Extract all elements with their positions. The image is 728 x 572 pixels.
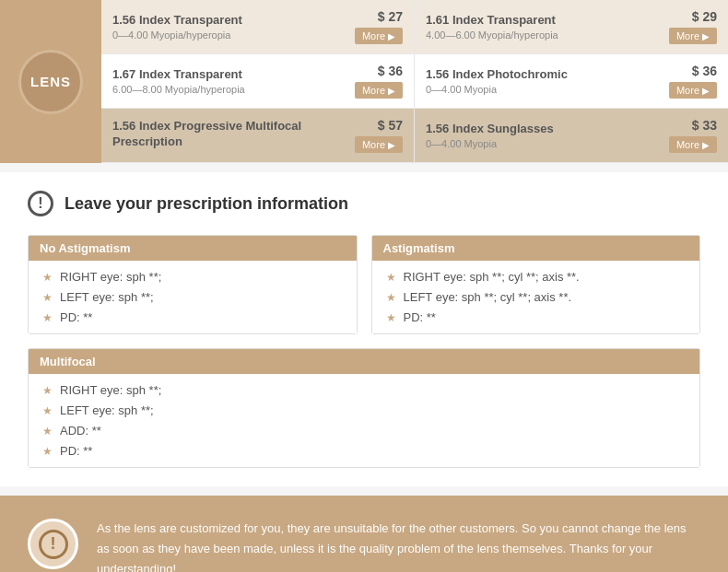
astigmatism-text-1: RIGHT eye: sph **; cyl **; axis **. xyxy=(404,270,580,284)
lens-item-subtitle-2: 4.00—6.00 Myopia/hyperopia xyxy=(426,29,657,41)
star-icon-4: ★ xyxy=(386,271,396,284)
lens-item-2: 1.61 Index Transparent 4.00—6.00 Myopia/… xyxy=(415,0,728,54)
star-icon-7: ★ xyxy=(42,384,53,397)
lens-item-title-3: 1.67 Index Transparent xyxy=(112,67,343,83)
lens-item-price-col-5: $ 57 More ▶ xyxy=(343,118,403,153)
astigmatism-text-3: PD: ** xyxy=(404,310,436,324)
lens-item-subtitle-6: 0—4.00 Myopia xyxy=(426,138,657,149)
lens-item-4: 1.56 Index Photochromic 0—4.00 Myopia $ … xyxy=(415,54,728,109)
lens-item-title-6: 1.56 Index Sunglasses xyxy=(426,122,657,137)
star-icon-5: ★ xyxy=(386,291,396,304)
star-icon-6: ★ xyxy=(386,311,396,324)
astigmatism-item-1: ★ RIGHT eye: sph **; cyl **; axis **. xyxy=(386,270,687,284)
lens-grid: 1.56 Index Transparent 0—4.00 Myopia/hyp… xyxy=(101,0,728,163)
arrow-icon-4: ▶ xyxy=(702,86,710,96)
prescription-header: ! Leave your prescription information xyxy=(28,191,700,216)
no-astigmatism-header: No Astigmatism xyxy=(29,236,357,261)
arrow-icon-1: ▶ xyxy=(388,31,395,41)
star-icon-1: ★ xyxy=(42,271,53,284)
lens-item-info-4: 1.56 Index Photochromic 0—4.00 Myopia xyxy=(426,67,657,96)
no-astigmatism-box: No Astigmatism ★ RIGHT eye: sph **; ★ LE… xyxy=(28,235,358,334)
lens-price-4: $ 36 xyxy=(692,64,717,78)
lens-item-subtitle-3: 6.00—8.00 Myopia/hyperopia xyxy=(112,84,343,95)
arrow-icon-6: ▶ xyxy=(702,140,710,150)
multifocal-header: Multifocal xyxy=(29,349,699,374)
exclamation-icon: ! xyxy=(28,191,53,216)
lens-circle-label: LENS xyxy=(18,50,83,114)
lens-label: LENS xyxy=(30,74,71,89)
lens-item-3: 1.67 Index Transparent 6.00—8.00 Myopia/… xyxy=(101,54,415,109)
lens-more-btn-5[interactable]: More ▶ xyxy=(355,136,403,153)
prescription-section: ! Leave your prescription information No… xyxy=(0,172,728,486)
lens-item-subtitle-1: 0—4.00 Myopia/hyperopia xyxy=(112,29,343,41)
lens-more-btn-2[interactable]: More ▶ xyxy=(669,28,717,44)
star-icon-8: ★ xyxy=(42,404,53,417)
lens-item-price-col-6: $ 33 More ▶ xyxy=(657,118,717,153)
lens-item-subtitle-4: 0—4.00 Myopia xyxy=(426,84,657,95)
multifocal-body: ★ RIGHT eye: sph **; ★ LEFT eye: sph **;… xyxy=(29,374,699,467)
multifocal-item-2: ★ LEFT eye: sph **; xyxy=(42,403,686,417)
astigmatism-item-2: ★ LEFT eye: sph **; cyl **; axis **. xyxy=(386,290,687,304)
multifocal-item-1: ★ RIGHT eye: sph **; xyxy=(42,383,686,397)
lens-more-btn-3[interactable]: More ▶ xyxy=(355,82,403,99)
lens-item-price-col-1: $ 27 More ▶ xyxy=(343,9,403,44)
lens-item-5: 1.56 Index Progressive Multifocal Prescr… xyxy=(101,109,415,163)
lens-price-3: $ 36 xyxy=(378,64,403,78)
more-label-2: More xyxy=(676,30,699,41)
multifocal-text-1: RIGHT eye: sph **; xyxy=(60,383,161,397)
astigmatism-box: Astigmatism ★ RIGHT eye: sph **; cyl **;… xyxy=(371,235,701,334)
multifocal-text-4: PD: ** xyxy=(60,444,92,458)
lens-item-info-6: 1.56 Index Sunglasses 0—4.00 Myopia xyxy=(426,122,657,150)
lens-item-title-4: 1.56 Index Photochromic xyxy=(426,67,657,83)
lens-item-title-2: 1.61 Index Transparent xyxy=(426,13,657,29)
lens-item-price-col-4: $ 36 More ▶ xyxy=(657,64,717,99)
star-icon-2: ★ xyxy=(42,291,53,304)
lens-item-info-3: 1.67 Index Transparent 6.00—8.00 Myopia/… xyxy=(112,67,343,96)
lens-badge: LENS xyxy=(0,0,101,163)
more-label-6: More xyxy=(676,139,699,150)
no-astigmatism-text-3: PD: ** xyxy=(60,310,92,324)
lens-price-2: $ 29 xyxy=(692,9,717,24)
lens-price-6: $ 33 xyxy=(692,118,717,133)
more-label-4: More xyxy=(676,85,699,96)
lens-more-btn-1[interactable]: More ▶ xyxy=(355,28,403,44)
multifocal-item-4: ★ PD: ** xyxy=(42,444,686,458)
arrow-icon-5: ▶ xyxy=(388,140,395,150)
lens-item-price-col-3: $ 36 More ▶ xyxy=(343,64,403,99)
lens-item-price-col-2: $ 29 More ▶ xyxy=(657,9,717,44)
lens-price-1: $ 27 xyxy=(378,9,403,24)
multifocal-text-2: LEFT eye: sph **; xyxy=(60,403,154,417)
star-icon-3: ★ xyxy=(42,311,53,324)
multifocal-text-3: ADD: ** xyxy=(60,424,101,438)
no-astigmatism-text-2: LEFT eye: sph **; xyxy=(60,290,154,304)
warning-exclamation-icon: ! xyxy=(39,530,68,559)
arrow-icon-3: ▶ xyxy=(388,86,395,96)
star-icon-9: ★ xyxy=(42,425,53,438)
lens-price-5: $ 57 xyxy=(378,118,403,133)
lens-item-title-5: 1.56 Index Progressive Multifocal Prescr… xyxy=(112,119,343,150)
arrow-icon-2: ▶ xyxy=(702,31,710,41)
lens-item-6: 1.56 Index Sunglasses 0—4.00 Myopia $ 33… xyxy=(415,109,728,163)
lens-item-1: 1.56 Index Transparent 0—4.00 Myopia/hyp… xyxy=(101,0,415,54)
astigmatism-item-3: ★ PD: ** xyxy=(386,310,687,324)
lens-more-btn-6[interactable]: More ▶ xyxy=(669,136,717,153)
more-label-3: More xyxy=(362,85,385,96)
astigmatism-body: ★ RIGHT eye: sph **; cyl **; axis **. ★ … xyxy=(372,261,700,333)
lens-item-title-1: 1.56 Index Transparent xyxy=(112,13,343,29)
more-label-5: More xyxy=(362,139,385,150)
prescription-title: Leave your prescription information xyxy=(65,194,348,214)
lens-section: LENS 1.56 Index Transparent 0—4.00 Myopi… xyxy=(0,0,728,163)
multifocal-box: Multifocal ★ RIGHT eye: sph **; ★ LEFT e… xyxy=(28,348,700,468)
no-astigmatism-body: ★ RIGHT eye: sph **; ★ LEFT eye: sph **;… xyxy=(29,261,357,333)
astigmatism-header: Astigmatism xyxy=(372,236,700,261)
no-astigmatism-text-1: RIGHT eye: sph **; xyxy=(60,270,161,284)
warning-text: As the lens are customized for you, they… xyxy=(97,519,700,572)
lens-more-btn-4[interactable]: More ▶ xyxy=(669,82,717,99)
star-icon-10: ★ xyxy=(42,445,53,458)
multifocal-item-3: ★ ADD: ** xyxy=(42,424,686,438)
lens-item-info-1: 1.56 Index Transparent 0—4.00 Myopia/hyp… xyxy=(112,13,343,41)
lens-item-info-2: 1.61 Index Transparent 4.00—6.00 Myopia/… xyxy=(426,13,657,41)
warning-section: ! As the lens are customized for you, th… xyxy=(0,496,728,572)
warning-icon-circle: ! xyxy=(28,519,78,569)
more-label-1: More xyxy=(362,30,385,41)
